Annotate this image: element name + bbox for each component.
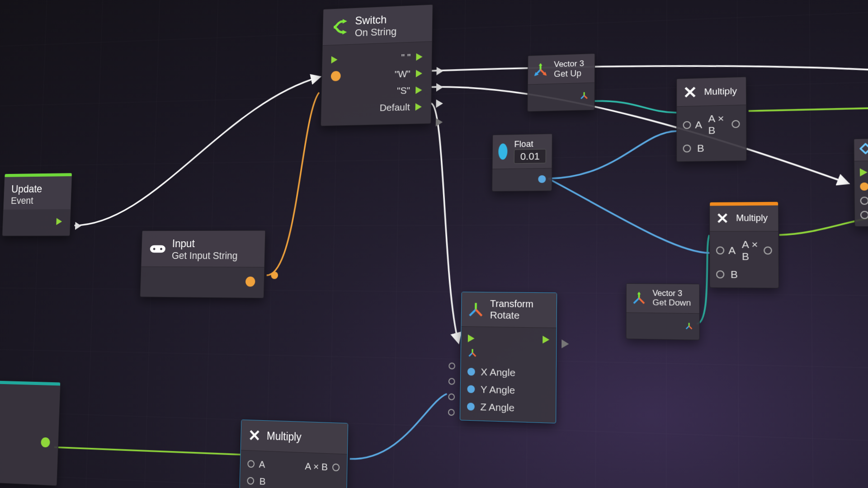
pin[interactable] [860, 183, 868, 191]
node-float-constant[interactable]: Float 0.01 [492, 134, 552, 192]
node-title: Multiply [704, 86, 737, 98]
node-title: Update [11, 183, 42, 195]
label-a: A [728, 244, 736, 257]
default-label: Default [380, 102, 410, 113]
axes-icon [468, 302, 483, 317]
case-label: "W" [395, 68, 410, 80]
string-in-pin[interactable] [331, 71, 341, 81]
label-ab: A × B [742, 239, 760, 263]
exec-out-icon[interactable] [56, 218, 62, 225]
exec-in-icon[interactable] [860, 168, 868, 176]
pin-z[interactable] [467, 403, 475, 411]
pin-a[interactable] [716, 247, 724, 255]
node-subtitle: Rotate [490, 309, 533, 321]
node-multiply-upper[interactable]: ✕ Multiply A A × B B [676, 77, 747, 162]
pin[interactable] [860, 197, 868, 205]
node-subtitle: Get Down [652, 298, 691, 308]
float-out-pin[interactable] [538, 175, 546, 183]
exec-in-icon[interactable] [331, 56, 338, 64]
exec-out-icon[interactable] [415, 86, 422, 94]
pin-a[interactable] [683, 121, 691, 129]
label-b: B [697, 142, 704, 154]
node-title: Multiply [736, 213, 768, 223]
case-label: " " [401, 52, 410, 63]
node-subtitle: Get Input String [172, 250, 238, 262]
gamepad-icon [149, 240, 166, 258]
node-transform-rotate[interactable]: Transform Rotate X Angle Y Angle [460, 292, 557, 424]
node-title: Vector 3 [554, 59, 584, 69]
node-title: Vector 3 [652, 289, 691, 298]
pin[interactable] [860, 211, 868, 219]
node-title: Transform [490, 298, 533, 310]
svg-rect-3 [860, 144, 868, 153]
vec3-mini-icon [467, 348, 477, 360]
node-vector3-get-up[interactable]: Vector 3 Get Up [527, 53, 595, 112]
label-ab: A × B [305, 460, 328, 473]
label-ab: A × B [708, 113, 728, 136]
multiply-icon: ✕ [683, 82, 697, 102]
float-icon [498, 144, 507, 160]
pin-a[interactable] [247, 460, 255, 468]
float-value-input[interactable]: 0.01 [514, 149, 546, 164]
vec3-mini-icon [685, 320, 693, 333]
node-title: Multiply [267, 430, 302, 444]
node-multiply-bottom[interactable]: ✕ Multiply A A × B B [239, 419, 348, 488]
multiply-icon: ✕ [248, 426, 261, 445]
node-set-partial[interactable]: Se [854, 138, 868, 227]
out-pin[interactable] [41, 437, 50, 448]
svg-rect-0 [150, 245, 166, 253]
case-label: "S" [397, 85, 410, 96]
node-title: Float [514, 139, 546, 149]
axes-icon [534, 63, 547, 76]
multiply-icon: ✕ [716, 210, 729, 227]
exec-out-icon[interactable] [416, 70, 422, 77]
diamond-icon [859, 143, 868, 157]
node-switch-on-string[interactable]: Switch On String " " "W" [321, 5, 433, 127]
exec-in-icon[interactable] [468, 334, 475, 342]
pin-out[interactable] [764, 247, 772, 255]
branch-icon [331, 18, 349, 37]
label-x-angle: X Angle [481, 366, 515, 379]
exec-out-icon[interactable] [415, 103, 422, 111]
vec3-mini-icon [580, 91, 588, 103]
node-vector3-get-down[interactable]: Vector 3 Get Down [626, 283, 700, 340]
node-multiply-lower[interactable]: ✕ Multiply A A × B B [709, 202, 779, 289]
pin-b[interactable] [247, 477, 254, 485]
pin-x[interactable] [467, 368, 475, 376]
label-a: A [695, 119, 702, 131]
node-get-input-string[interactable]: Input Get Input String [140, 230, 265, 299]
label-b: B [731, 268, 738, 281]
node-title: Switch [355, 13, 397, 27]
string-out-pin[interactable] [245, 277, 255, 287]
axes-icon [632, 292, 646, 305]
label-z-angle: Z Angle [480, 401, 514, 414]
node-subtitle: On String [355, 25, 397, 38]
node-update-event[interactable]: Update Event [2, 173, 72, 236]
label-b: B [259, 476, 266, 488]
node-subtitle: Get Up [554, 68, 584, 79]
label-y-angle: Y Angle [481, 384, 515, 396]
pin-b[interactable] [683, 145, 691, 153]
node-partial-bottom-left[interactable] [0, 380, 61, 486]
pin-y[interactable] [467, 385, 475, 394]
exec-out-icon[interactable] [416, 53, 422, 61]
blueprint-canvas[interactable]: Update Event Input Get Input String [0, 0, 868, 488]
pin-out[interactable] [332, 464, 340, 472]
pin-out[interactable] [731, 120, 740, 128]
exec-out-icon[interactable] [542, 336, 549, 344]
pin-b[interactable] [716, 270, 724, 278]
node-subtitle: Event [11, 195, 42, 206]
node-title: Input [172, 237, 238, 250]
label-a: A [259, 459, 265, 470]
